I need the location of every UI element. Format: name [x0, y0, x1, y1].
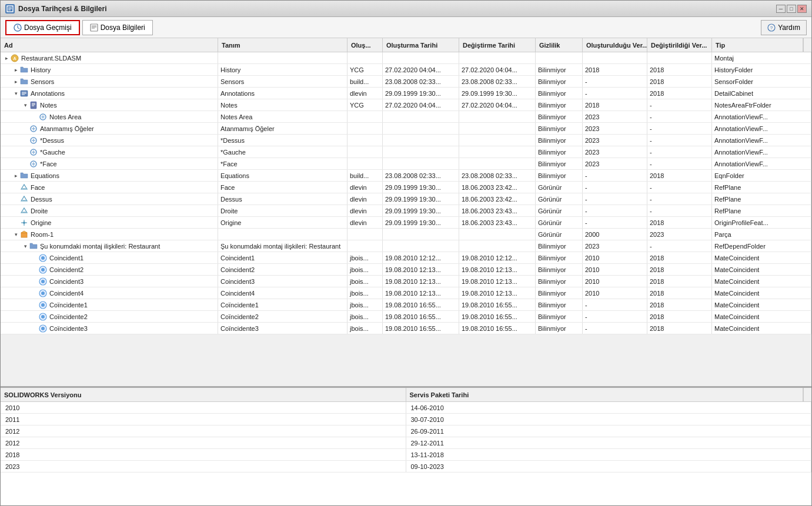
table-cell: 29.09.1999 19:30...	[383, 88, 459, 99]
date-cell: 13-11-2018	[406, 449, 812, 460]
table-row[interactable]: Coïncidente3Coïncidente3jbois...19.08.20…	[1, 323, 811, 334]
tree-expander[interactable]: ▾	[12, 231, 19, 238]
lower-body[interactable]: 201014-06-2010201130-07-2010201226-09-20…	[1, 402, 811, 505]
table-cell: Coincident1	[218, 252, 347, 263]
mate-icon	[38, 324, 48, 333]
tab2-label: Dosya Bilgileri	[101, 24, 145, 32]
tree-expander[interactable]	[31, 301, 38, 309]
table-cell: RefPlane	[712, 193, 811, 205]
table-row[interactable]: Coincident2Coincident2jbois...19.08.2010…	[1, 264, 811, 276]
table-cell: 27.02.2020 04:04...	[383, 99, 459, 110]
table-cell: -	[583, 182, 647, 193]
table-body[interactable]: ▸ARestaurant.SLDASMMontaj▸HistoryHistory…	[1, 52, 811, 386]
table-row[interactable]: ▸SensorsSensorsbuild...23.08.2008 02:33.…	[1, 76, 811, 88]
tree-expander[interactable]: ▸	[12, 78, 19, 85]
lower-table-row[interactable]: 202309-10-2023	[1, 461, 811, 473]
tree-expander[interactable]	[31, 313, 38, 320]
table-row[interactable]: ▾Room-1Görünür20002023Parça	[1, 229, 811, 240]
node-name: Coïncidente3	[49, 325, 88, 332]
table-cell: -	[647, 158, 712, 169]
tree-expander[interactable]	[31, 278, 38, 285]
table-cell: -	[583, 76, 647, 87]
table-cell	[218, 229, 347, 240]
maximize-button[interactable]: □	[787, 5, 796, 13]
table-row[interactable]: *Dessus*DessusBilinmiyor2023-AnnotationV…	[1, 135, 811, 146]
table-cell: 19.08.2010 12:13...	[459, 287, 536, 299]
table-cell: Notes	[218, 99, 347, 110]
table-cell: Bilinmiyor	[536, 264, 583, 275]
table-row[interactable]: ▸ARestaurant.SLDASMMontaj	[1, 52, 811, 64]
tree-expander[interactable]: ▾	[22, 243, 29, 250]
lower-table-row[interactable]: 201229-12-2011	[1, 437, 811, 449]
table-row[interactable]: DroiteDroitedlevin29.09.1999 19:30...18.…	[1, 205, 811, 217]
lower-table-row[interactable]: 201014-06-2010	[1, 402, 811, 414]
table-row[interactable]: Atanmamış ÖğelerAtanmamış ÖğelerBilinmiy…	[1, 123, 811, 135]
table-cell: -	[647, 182, 712, 193]
table-cell: Bilinmiyor	[536, 287, 583, 299]
table-cell: -	[583, 299, 647, 310]
svg-point-58	[41, 315, 45, 319]
table-cell: Bilinmiyor	[536, 240, 583, 252]
lower-table-row[interactable]: 201813-11-2018	[1, 449, 811, 461]
table-cell: 18.06.2003 23:43...	[459, 205, 536, 216]
col-tanim: Tanım	[218, 38, 347, 52]
close-button[interactable]: ✕	[797, 5, 807, 13]
col-degistiril: Değiştirildiği Ver...	[647, 38, 712, 52]
tree-expander[interactable]	[12, 219, 19, 226]
table-row[interactable]: *Gauche*GaucheBilinmiyor2023-AnnotationV…	[1, 146, 811, 158]
table-row[interactable]: Notes AreaNotes AreaBilinmiyor2023-Annot…	[1, 111, 811, 123]
table-row[interactable]: OrigineOriginedlevin29.09.1999 19:30...1…	[1, 217, 811, 229]
table-row[interactable]: *Face*FaceBilinmiyor2023-AnnotationViewF…	[1, 158, 811, 170]
tree-expander[interactable]: ▸	[12, 66, 19, 73]
node-name: Atanmamış Öğeler	[40, 125, 94, 132]
table-row[interactable]: Coincident4Coincident4jbois...19.08.2010…	[1, 287, 811, 299]
table-cell: dlevin	[347, 88, 383, 99]
tree-expander[interactable]	[22, 160, 29, 167]
tree-expander[interactable]	[12, 207, 19, 215]
table-row[interactable]: ▸HistoryHistoryYCG27.02.2020 04:04...27.…	[1, 64, 811, 76]
table-cell: 2018	[647, 170, 712, 181]
dosya-gecmisi-tab[interactable]: Dosya Geçmişi	[5, 20, 80, 35]
table-row[interactable]: ▾AnnotationsAnnotationsdlevin29.09.1999 …	[1, 88, 811, 99]
minimize-button[interactable]: ─	[776, 5, 786, 13]
tree-expander[interactable]	[12, 184, 19, 191]
tree-expander[interactable]	[22, 125, 29, 132]
lower-table-row[interactable]: 201130-07-2010	[1, 414, 811, 425]
table-row[interactable]: ▾Şu konumdaki montaj ilişkileri: Restaur…	[1, 240, 811, 252]
tree-expander[interactable]	[31, 266, 38, 273]
table-row[interactable]: ▸EquationsEquationsbuild...23.08.2008 02…	[1, 170, 811, 182]
version-cell: 2010	[1, 402, 406, 413]
table-cell: 18.06.2003 23:43...	[459, 217, 536, 228]
table-cell: Bilinmiyor	[536, 170, 583, 181]
table-row[interactable]: Coincident1Coincident1jbois...19.08.2010…	[1, 252, 811, 264]
table-row[interactable]: ▾NotesNotesYCG27.02.2020 04:04...27.02.2…	[1, 99, 811, 111]
help-button[interactable]: ? Yardım	[761, 20, 807, 35]
tree-expander[interactable]: ▸	[12, 172, 19, 179]
tree-expander[interactable]	[31, 113, 38, 120]
tree-expander[interactable]: ▾	[12, 90, 19, 97]
tree-expander[interactable]	[31, 290, 38, 297]
table-row[interactable]: DessusDessusdlevin29.09.1999 19:30...18.…	[1, 193, 811, 205]
table-row[interactable]: FaceFacedlevin29.09.1999 19:30...18.06.2…	[1, 182, 811, 193]
table-cell: -	[583, 217, 647, 228]
table-row[interactable]: Coïncidente1Coïncidente1jbois...19.08.20…	[1, 299, 811, 311]
tree-expander[interactable]	[31, 325, 38, 332]
table-row[interactable]: Coïncidente2Coïncidente2jbois...19.08.20…	[1, 311, 811, 323]
lower-table-row[interactable]: 201226-09-2011	[1, 425, 811, 437]
dosya-bilgileri-tab[interactable]: Dosya Bilgileri	[82, 20, 153, 35]
col-olusturul: Oluşturulduğu Ver...	[583, 38, 647, 52]
table-cell: jbois...	[347, 299, 383, 310]
col-olustarma: Oluşturma Tarihi	[383, 38, 459, 52]
table-cell: 19.08.2010 12:12...	[459, 252, 536, 263]
col-degistirme: Değiştirme Tarihi	[459, 38, 536, 52]
tree-expander[interactable]	[31, 254, 38, 262]
tab1-label: Dosya Geçmişi	[24, 24, 72, 32]
tree-expander[interactable]	[12, 196, 19, 203]
part-icon	[19, 230, 29, 239]
tree-expander[interactable]: ▾	[22, 102, 29, 109]
tree-expander[interactable]	[22, 137, 29, 144]
tree-expander[interactable]	[22, 149, 29, 156]
svg-point-60	[41, 327, 45, 330]
tree-expander[interactable]: ▸	[3, 55, 10, 62]
table-row[interactable]: Coincident3Coincident3jbois...19.08.2010…	[1, 276, 811, 287]
